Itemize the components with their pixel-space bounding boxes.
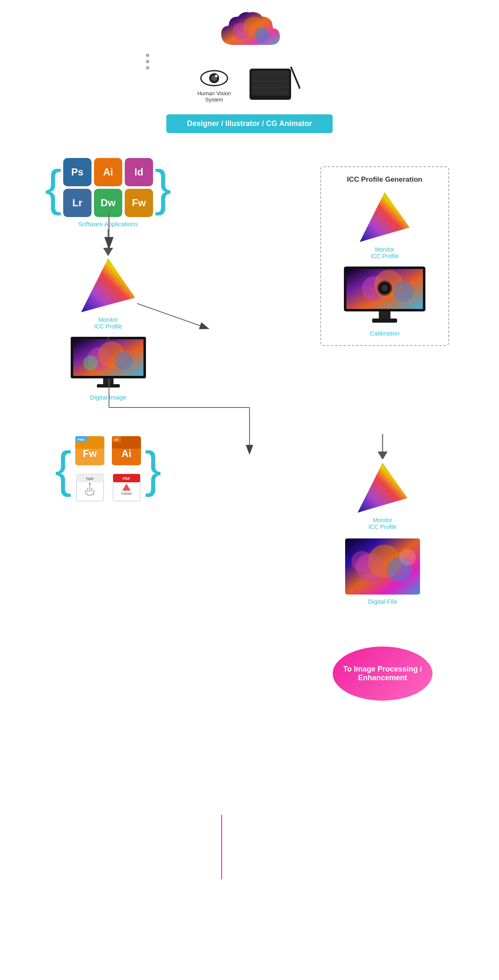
svg-point-46 [393, 281, 414, 302]
file-ai: Ai AI [110, 434, 143, 467]
software-icc-row: { Ps Ai Id Lr Dw Fw } Software Applicati… [0, 158, 499, 401]
cta-label: To Image Processing / Enhancement [341, 665, 424, 682]
files-left-col: { Fw PNG [50, 434, 166, 504]
monitor-svg-left [70, 336, 147, 390]
svg-rect-51 [372, 318, 397, 323]
calibration-label: Calibration [370, 330, 400, 337]
svg-marker-40 [360, 192, 410, 242]
file-right-brace: } [145, 444, 161, 494]
designer-bar: Designer / Illustrator / CG Animator [166, 114, 333, 133]
software-label: Software Applications [78, 220, 138, 227]
svg-marker-29 [81, 258, 135, 312]
top-section: Human Vision System Designer / Illustrat… [0, 0, 499, 133]
svg-rect-20 [252, 71, 289, 96]
fw-file-svg: Fw PNG [73, 434, 106, 467]
svg-point-18 [215, 75, 217, 77]
svg-text:AI: AI [115, 438, 118, 442]
file-fw: Fw PNG [73, 434, 106, 467]
monitor-icc-label-left: Monitor ICC Profile [94, 316, 122, 330]
app-ai: Ai [94, 158, 122, 186]
cta-oval: To Image Processing / Enhancement [333, 647, 432, 701]
svg-point-49 [381, 285, 388, 291]
page-container: Human Vision System Designer / Illustrat… [0, 0, 499, 742]
app-grid: Ps Ai Id Lr Dw Fw [63, 158, 153, 217]
svg-point-78 [351, 551, 372, 572]
pdf-file-svg: PDF Adobe [111, 472, 142, 503]
file-pdf: PDF Adobe [110, 471, 143, 504]
file-left-brace: { [55, 444, 72, 494]
svg-text:PNG: PNG [77, 438, 84, 442]
eye-icon [200, 68, 229, 89]
svg-marker-28 [103, 248, 113, 256]
tiff-file-svg: TIFF [74, 472, 106, 503]
gamut-icc [358, 190, 412, 244]
svg-point-22 [299, 87, 300, 89]
svg-text:PDF: PDF [123, 476, 131, 481]
right-bottom-col: Monitor ICC Profile [316, 434, 449, 701]
svg-point-14 [254, 28, 269, 43]
file-grid: Fw PNG Ai [73, 434, 143, 504]
svg-point-36 [83, 355, 98, 370]
app-dw: Dw [94, 189, 122, 217]
digital-file-svg [345, 538, 420, 595]
vision-row: Human Vision System [198, 67, 302, 104]
svg-marker-72 [378, 452, 388, 459]
svg-text:Ai: Ai [121, 448, 131, 459]
svg-point-79 [399, 549, 416, 565]
monitor-svg-icc [343, 266, 426, 326]
cloud-svg [216, 8, 283, 62]
bottom-section: { Fw PNG [0, 434, 499, 701]
digital-image-label: Digital Image [90, 394, 126, 401]
svg-point-65 [89, 483, 91, 484]
svg-rect-50 [379, 311, 390, 319]
left-brace: { [45, 163, 62, 212]
icc-box: ICC Profile Generation Monitor ICC Profi… [320, 166, 449, 346]
svg-rect-38 [97, 384, 120, 388]
arrow-down-right [378, 434, 388, 459]
svg-point-35 [115, 352, 133, 370]
svg-text:Adobe: Adobe [121, 491, 131, 496]
left-software-col: { Ps Ai Id Lr Dw Fw } Software Applicati… [50, 158, 166, 401]
arrow-down-1 [103, 229, 113, 256]
svg-marker-73 [358, 463, 408, 513]
cloud-image [216, 8, 283, 62]
digital-file-container [345, 538, 420, 595]
human-vision-label: Human Vision System [198, 90, 231, 103]
gamut-left [79, 256, 137, 316]
monitor-icc-label-icc-box: Monitor ICC Profile [371, 246, 399, 259]
tablet-icon [247, 67, 301, 104]
file-brace-container: { Fw PNG [55, 434, 161, 504]
file-tiff: TIFF [73, 471, 106, 504]
svg-line-21 [291, 67, 299, 87]
icc-box-title: ICC Profile Generation [347, 175, 422, 184]
app-id: Id [125, 158, 153, 186]
monitor-icc-box [343, 266, 426, 328]
digital-file-label: Digital File [368, 598, 397, 605]
svg-point-39 [107, 337, 109, 339]
svg-rect-37 [103, 378, 114, 385]
svg-text:TIFF: TIFF [86, 477, 94, 481]
brace-container: { Ps Ai Id Lr Dw Fw } [45, 158, 171, 217]
ai-file-svg: Ai AI [110, 434, 143, 467]
monitor-left [70, 336, 147, 392]
svg-text:Fw: Fw [83, 448, 97, 459]
app-ps: Ps [63, 158, 91, 186]
gamut-right-bottom [356, 461, 410, 515]
app-fw: Fw [125, 189, 153, 217]
right-brace: } [155, 163, 171, 212]
monitor-icc-label-bottom: Monitor ICC Profile [368, 517, 397, 530]
app-lr: Lr [63, 189, 91, 217]
eye-section: Human Vision System [198, 68, 231, 103]
